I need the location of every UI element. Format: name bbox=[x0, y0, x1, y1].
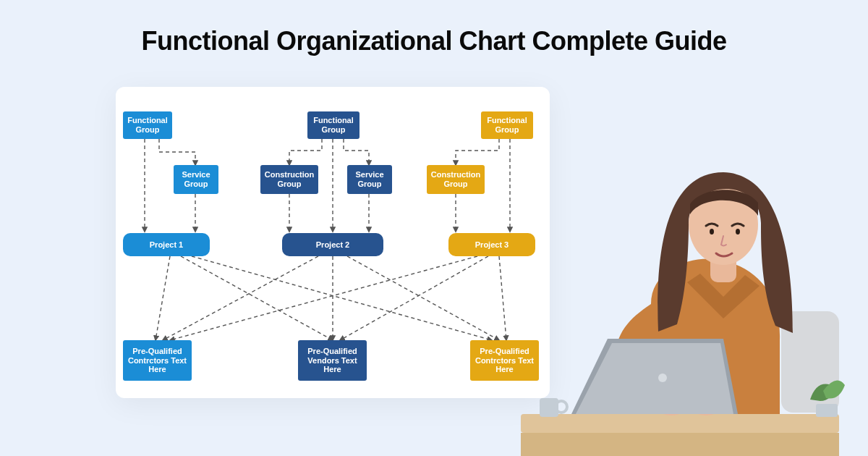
svg-rect-18 bbox=[521, 433, 839, 456]
svg-line-10 bbox=[163, 256, 318, 340]
svg-line-12 bbox=[347, 256, 499, 340]
svg-line-7 bbox=[156, 256, 170, 340]
svg-line-9 bbox=[192, 256, 492, 340]
svg-rect-17 bbox=[521, 414, 839, 433]
col1-project: Project 1 bbox=[123, 233, 210, 256]
page-title: Functional Organizational Chart Complete… bbox=[0, 26, 868, 56]
svg-line-14 bbox=[340, 256, 488, 340]
svg-point-24 bbox=[710, 229, 714, 235]
col1-service-group: Service Group bbox=[174, 165, 218, 194]
col2-construction-group: Construction Group bbox=[260, 165, 318, 194]
svg-line-8 bbox=[181, 256, 333, 340]
col2-bottom: Pre-Qualified Vendors Text Here bbox=[298, 340, 367, 381]
svg-line-15 bbox=[499, 256, 506, 340]
svg-point-28 bbox=[658, 373, 667, 382]
org-chart-card: Functional Group Service Group Project 1… bbox=[116, 87, 550, 398]
col1-functional-group: Functional Group bbox=[123, 111, 172, 139]
col2-functional-group: Functional Group bbox=[307, 111, 359, 139]
col2-service-group: Service Group bbox=[347, 165, 392, 194]
svg-line-13 bbox=[170, 256, 477, 340]
col3-construction-group: Construction Group bbox=[427, 165, 485, 194]
col1-bottom: Pre-Qualified Contrctors Text Here bbox=[123, 340, 192, 381]
col3-functional-group: Functional Group bbox=[481, 111, 533, 139]
col2-project: Project 2 bbox=[282, 233, 383, 256]
hero-illustration bbox=[506, 145, 854, 456]
svg-rect-19 bbox=[816, 404, 838, 417]
svg-point-25 bbox=[736, 229, 740, 235]
